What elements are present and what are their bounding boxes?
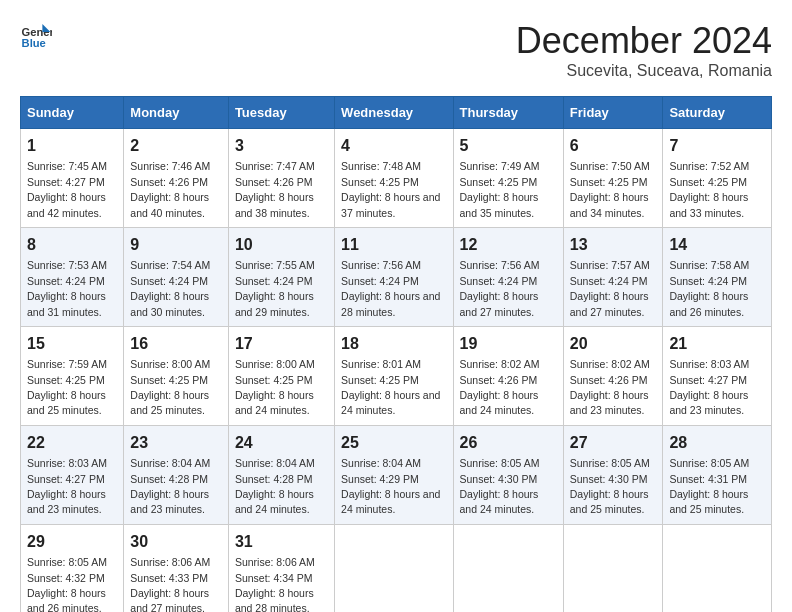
header-sunday: Sunday	[21, 97, 124, 129]
daylight-info: Daylight: 8 hours and 27 minutes.	[570, 290, 649, 317]
day-number: 22	[27, 432, 117, 454]
sunset-info: Sunset: 4:26 PM	[460, 374, 538, 386]
daylight-info: Daylight: 8 hours and 26 minutes.	[669, 290, 748, 317]
sunrise-info: Sunrise: 8:00 AM	[130, 358, 210, 370]
calendar-cell: 3Sunrise: 7:47 AMSunset: 4:26 PMDaylight…	[228, 129, 334, 228]
sunrise-info: Sunrise: 8:03 AM	[27, 457, 107, 469]
sunset-info: Sunset: 4:27 PM	[669, 374, 747, 386]
sunset-info: Sunset: 4:28 PM	[235, 473, 313, 485]
day-number: 16	[130, 333, 222, 355]
calendar-cell: 7Sunrise: 7:52 AMSunset: 4:25 PMDaylight…	[663, 129, 772, 228]
calendar-cell: 20Sunrise: 8:02 AMSunset: 4:26 PMDayligh…	[563, 326, 663, 425]
sunset-info: Sunset: 4:32 PM	[27, 572, 105, 584]
header-tuesday: Tuesday	[228, 97, 334, 129]
sunrise-info: Sunrise: 7:49 AM	[460, 160, 540, 172]
sunrise-info: Sunrise: 8:02 AM	[570, 358, 650, 370]
sunrise-info: Sunrise: 8:05 AM	[460, 457, 540, 469]
header-wednesday: Wednesday	[335, 97, 453, 129]
day-number: 9	[130, 234, 222, 256]
day-number: 15	[27, 333, 117, 355]
daylight-info: Daylight: 8 hours and 26 minutes.	[27, 587, 106, 612]
sunrise-info: Sunrise: 8:04 AM	[130, 457, 210, 469]
day-number: 23	[130, 432, 222, 454]
sunrise-info: Sunrise: 7:46 AM	[130, 160, 210, 172]
sunrise-info: Sunrise: 8:04 AM	[235, 457, 315, 469]
sunset-info: Sunset: 4:34 PM	[235, 572, 313, 584]
header-monday: Monday	[124, 97, 229, 129]
calendar-cell: 1Sunrise: 7:45 AMSunset: 4:27 PMDaylight…	[21, 129, 124, 228]
day-number: 6	[570, 135, 657, 157]
sunrise-info: Sunrise: 7:52 AM	[669, 160, 749, 172]
calendar-cell: 25Sunrise: 8:04 AMSunset: 4:29 PMDayligh…	[335, 425, 453, 524]
daylight-info: Daylight: 8 hours and 27 minutes.	[460, 290, 539, 317]
day-number: 7	[669, 135, 765, 157]
day-number: 18	[341, 333, 446, 355]
calendar-cell: 10Sunrise: 7:55 AMSunset: 4:24 PMDayligh…	[228, 227, 334, 326]
daylight-info: Daylight: 8 hours and 31 minutes.	[27, 290, 106, 317]
calendar-cell	[335, 524, 453, 612]
sunrise-info: Sunrise: 7:50 AM	[570, 160, 650, 172]
sunset-info: Sunset: 4:24 PM	[570, 275, 648, 287]
sunrise-info: Sunrise: 7:48 AM	[341, 160, 421, 172]
calendar-cell	[563, 524, 663, 612]
sunrise-info: Sunrise: 8:03 AM	[669, 358, 749, 370]
daylight-info: Daylight: 8 hours and 34 minutes.	[570, 191, 649, 218]
calendar-cell	[663, 524, 772, 612]
day-number: 12	[460, 234, 557, 256]
sunset-info: Sunset: 4:26 PM	[570, 374, 648, 386]
sunset-info: Sunset: 4:30 PM	[570, 473, 648, 485]
header-thursday: Thursday	[453, 97, 563, 129]
calendar-cell: 6Sunrise: 7:50 AMSunset: 4:25 PMDaylight…	[563, 129, 663, 228]
daylight-info: Daylight: 8 hours and 24 minutes.	[460, 488, 539, 515]
svg-text:Blue: Blue	[22, 37, 46, 49]
day-number: 31	[235, 531, 328, 553]
calendar-week-row: 29Sunrise: 8:05 AMSunset: 4:32 PMDayligh…	[21, 524, 772, 612]
calendar-cell: 12Sunrise: 7:56 AMSunset: 4:24 PMDayligh…	[453, 227, 563, 326]
sunset-info: Sunset: 4:25 PM	[669, 176, 747, 188]
sunset-info: Sunset: 4:27 PM	[27, 176, 105, 188]
day-number: 26	[460, 432, 557, 454]
daylight-info: Daylight: 8 hours and 38 minutes.	[235, 191, 314, 218]
day-number: 30	[130, 531, 222, 553]
sunset-info: Sunset: 4:25 PM	[341, 374, 419, 386]
daylight-info: Daylight: 8 hours and 23 minutes.	[570, 389, 649, 416]
day-number: 27	[570, 432, 657, 454]
sunrise-info: Sunrise: 7:55 AM	[235, 259, 315, 271]
day-number: 24	[235, 432, 328, 454]
day-number: 11	[341, 234, 446, 256]
sunrise-info: Sunrise: 8:05 AM	[570, 457, 650, 469]
day-number: 14	[669, 234, 765, 256]
calendar-cell: 26Sunrise: 8:05 AMSunset: 4:30 PMDayligh…	[453, 425, 563, 524]
daylight-info: Daylight: 8 hours and 24 minutes.	[341, 389, 440, 416]
daylight-info: Daylight: 8 hours and 35 minutes.	[460, 191, 539, 218]
calendar-cell: 31Sunrise: 8:06 AMSunset: 4:34 PMDayligh…	[228, 524, 334, 612]
sunset-info: Sunset: 4:25 PM	[130, 374, 208, 386]
daylight-info: Daylight: 8 hours and 29 minutes.	[235, 290, 314, 317]
day-number: 5	[460, 135, 557, 157]
calendar-cell: 5Sunrise: 7:49 AMSunset: 4:25 PMDaylight…	[453, 129, 563, 228]
sunrise-info: Sunrise: 8:05 AM	[27, 556, 107, 568]
calendar-cell: 30Sunrise: 8:06 AMSunset: 4:33 PMDayligh…	[124, 524, 229, 612]
day-number: 25	[341, 432, 446, 454]
calendar-cell: 11Sunrise: 7:56 AMSunset: 4:24 PMDayligh…	[335, 227, 453, 326]
day-number: 29	[27, 531, 117, 553]
sunset-info: Sunset: 4:24 PM	[341, 275, 419, 287]
day-number: 21	[669, 333, 765, 355]
sunrise-info: Sunrise: 7:56 AM	[341, 259, 421, 271]
sunrise-info: Sunrise: 7:56 AM	[460, 259, 540, 271]
calendar-cell: 21Sunrise: 8:03 AMSunset: 4:27 PMDayligh…	[663, 326, 772, 425]
calendar-cell: 14Sunrise: 7:58 AMSunset: 4:24 PMDayligh…	[663, 227, 772, 326]
daylight-info: Daylight: 8 hours and 24 minutes.	[235, 488, 314, 515]
daylight-info: Daylight: 8 hours and 24 minutes.	[235, 389, 314, 416]
daylight-info: Daylight: 8 hours and 30 minutes.	[130, 290, 209, 317]
sunrise-info: Sunrise: 8:06 AM	[235, 556, 315, 568]
calendar-cell: 16Sunrise: 8:00 AMSunset: 4:25 PMDayligh…	[124, 326, 229, 425]
calendar-header-row: SundayMondayTuesdayWednesdayThursdayFrid…	[21, 97, 772, 129]
logo: General Blue	[20, 20, 52, 52]
daylight-info: Daylight: 8 hours and 23 minutes.	[27, 488, 106, 515]
daylight-info: Daylight: 8 hours and 27 minutes.	[130, 587, 209, 612]
day-number: 2	[130, 135, 222, 157]
sunset-info: Sunset: 4:30 PM	[460, 473, 538, 485]
day-number: 3	[235, 135, 328, 157]
sunset-info: Sunset: 4:24 PM	[669, 275, 747, 287]
